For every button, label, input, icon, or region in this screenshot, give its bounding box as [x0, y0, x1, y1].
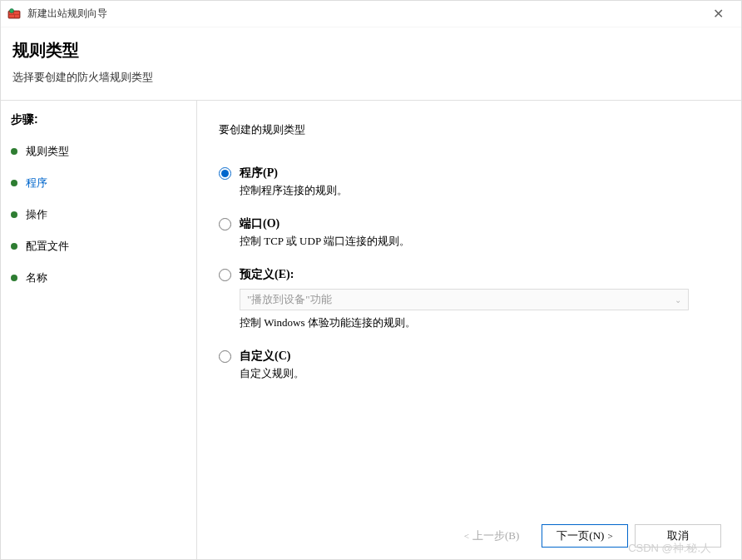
chevron-left-icon: < — [464, 531, 469, 541]
steps-heading: 步骤: — [7, 112, 190, 127]
window-title: 新建出站规则向导 — [27, 7, 701, 21]
svg-point-5 — [10, 8, 14, 12]
chevron-down-icon: ⌄ — [675, 295, 681, 305]
steps-sidebar: 步骤: 规则类型 程序 操作 配置文件 名称 — [1, 101, 197, 559]
radio-program-label[interactable]: 程序(P) — [240, 166, 278, 181]
step-label: 名称 — [26, 270, 47, 285]
close-icon: ✕ — [713, 6, 724, 22]
prompt-text: 要创建的规则类型 — [219, 122, 721, 137]
svg-rect-3 — [9, 15, 14, 17]
radio-predefined-desc: 控制 Windows 体验功能连接的规则。 — [240, 315, 721, 330]
radio-custom[interactable] — [219, 350, 231, 363]
option-program: 程序(P) 控制程序连接的规则。 — [219, 166, 721, 198]
radio-custom-desc: 自定义规则。 — [240, 366, 721, 381]
titlebar: 新建出站规则向导 ✕ — [1, 1, 741, 27]
page-title: 规则类型 — [12, 39, 730, 62]
radio-predefined[interactable] — [219, 269, 231, 281]
predefined-select[interactable]: "播放到设备"功能 ⌄ — [240, 289, 689, 310]
bullet-icon — [11, 148, 17, 155]
option-port: 端口(O) 控制 TCP 或 UDP 端口连接的规则。 — [219, 216, 721, 249]
step-name[interactable]: 名称 — [7, 265, 190, 290]
svg-rect-2 — [14, 12, 19, 14]
cancel-button[interactable]: 取消 — [635, 524, 721, 548]
rule-type-options: 程序(P) 控制程序连接的规则。 端口(O) 控制 TCP 或 UDP 端口连接… — [219, 166, 721, 399]
step-rule-type[interactable]: 规则类型 — [7, 139, 190, 164]
app-icon — [7, 7, 21, 21]
radio-port-label[interactable]: 端口(O) — [240, 216, 279, 231]
cancel-button-label: 取消 — [667, 528, 689, 543]
back-button-label: 上一步(B) — [472, 528, 519, 543]
wizard-window: 新建出站规则向导 ✕ 规则类型 选择要创建的防火墙规则类型 步骤: 规则类型 程… — [0, 0, 742, 560]
content-area: 步骤: 规则类型 程序 操作 配置文件 名称 要创建的 — [1, 100, 741, 559]
bullet-icon — [11, 243, 17, 250]
step-action[interactable]: 操作 — [7, 202, 190, 227]
radio-predefined-label[interactable]: 预定义(E): — [240, 267, 294, 282]
radio-custom-label[interactable]: 自定义(C) — [240, 349, 290, 364]
next-button[interactable]: 下一页(N) > — [542, 524, 628, 548]
predefined-select-value: "播放到设备"功能 — [247, 292, 332, 307]
step-label: 配置文件 — [26, 239, 69, 254]
step-label: 程序 — [26, 176, 47, 191]
step-label: 规则类型 — [26, 144, 69, 159]
bullet-icon — [11, 211, 17, 218]
radio-port[interactable] — [219, 218, 231, 230]
bullet-icon — [11, 275, 17, 281]
radio-port-desc: 控制 TCP 或 UDP 端口连接的规则。 — [240, 234, 721, 249]
option-custom: 自定义(C) 自定义规则。 — [219, 349, 721, 381]
main-panel: 要创建的规则类型 程序(P) 控制程序连接的规则。 端口(O) 控制 TCP 或… — [197, 101, 741, 559]
radio-program[interactable] — [219, 167, 231, 180]
next-button-label: 下一页(N) — [556, 528, 604, 543]
button-bar: < 上一步(B) 下一页(N) > 取消 — [448, 524, 721, 548]
radio-program-desc: 控制程序连接的规则。 — [240, 183, 721, 198]
back-button: < 上一步(B) — [448, 524, 535, 548]
page-subtitle: 选择要创建的防火墙规则类型 — [12, 70, 730, 85]
svg-rect-4 — [15, 15, 19, 17]
chevron-right-icon: > — [607, 531, 612, 541]
bullet-icon — [11, 180, 17, 186]
header-section: 规则类型 选择要创建的防火墙规则类型 — [1, 27, 741, 100]
step-program[interactable]: 程序 — [7, 171, 190, 196]
close-button[interactable]: ✕ — [701, 2, 735, 26]
option-predefined: 预定义(E): "播放到设备"功能 ⌄ 控制 Windows 体验功能连接的规则… — [219, 267, 721, 330]
step-profile[interactable]: 配置文件 — [7, 234, 190, 259]
step-label: 操作 — [26, 207, 47, 222]
